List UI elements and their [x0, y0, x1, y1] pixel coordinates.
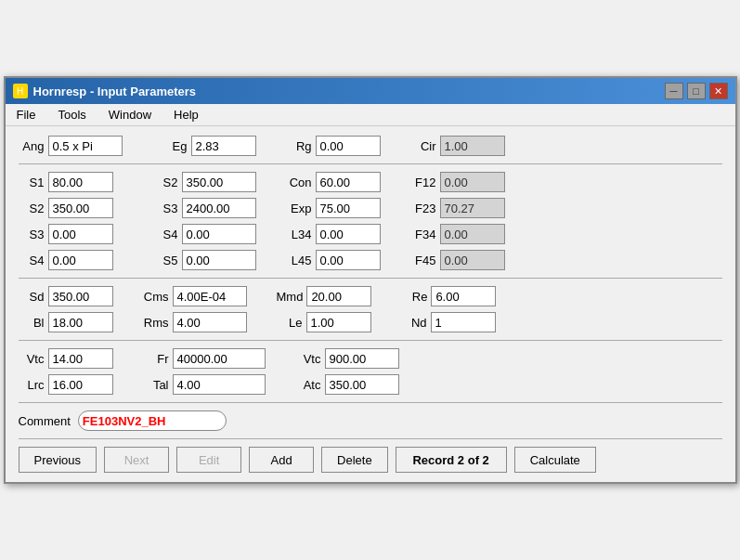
s2a-input[interactable]	[182, 172, 256, 192]
rms-input[interactable]	[173, 312, 247, 332]
s4a-input[interactable]	[182, 224, 256, 244]
param-row-8: Vtc Fr Vtc	[19, 348, 722, 369]
s2b-input[interactable]	[48, 198, 113, 218]
atc-label: Atc	[295, 378, 321, 392]
l34-group: L34	[286, 224, 381, 244]
vtc2-input[interactable]	[325, 348, 399, 369]
app-icon: H	[13, 84, 28, 98]
vtc2-group: Vtc	[295, 348, 399, 369]
eg-label: Eg	[162, 139, 188, 153]
fr-group: Fr	[143, 348, 266, 369]
param-row-2: S1 S2 Con F12	[19, 172, 722, 192]
close-button[interactable]: ✕	[709, 83, 728, 99]
tal-group: Tal	[143, 374, 266, 395]
l45-group: L45	[286, 250, 381, 270]
param-row-3: S2 S3 Exp F23	[19, 198, 722, 218]
bl-group: Bl	[19, 312, 113, 332]
sd-input[interactable]	[48, 286, 113, 306]
calculate-button[interactable]: Calculate	[514, 447, 596, 473]
edit-button[interactable]: Edit	[176, 447, 241, 473]
record-button[interactable]: Record 2 of 2	[396, 447, 507, 473]
le-input[interactable]	[306, 312, 371, 332]
eg-input[interactable]	[191, 136, 256, 156]
sd-label: Sd	[19, 290, 45, 304]
con-group: Con	[286, 172, 381, 192]
le-label: Le	[277, 316, 303, 330]
title-bar: H Hornresp - Input Parameters ─ □ ✕	[6, 78, 735, 104]
atc-input[interactable]	[325, 374, 399, 395]
bl-input[interactable]	[48, 312, 113, 332]
atc-group: Atc	[295, 374, 399, 395]
menu-tools[interactable]: Tools	[52, 106, 91, 124]
f45-input[interactable]	[440, 250, 505, 270]
maximize-button[interactable]: □	[687, 83, 706, 99]
param-row-5: S4 S5 L45 F45	[19, 250, 722, 270]
mmd-group: Mmd	[277, 286, 372, 306]
ang-label: Ang	[19, 139, 45, 153]
s4b-group: S4	[19, 250, 113, 270]
title-bar-left: H Hornresp - Input Parameters	[13, 84, 197, 98]
next-button[interactable]: Next	[104, 447, 169, 473]
menu-help[interactable]: Help	[168, 106, 204, 124]
l34-input[interactable]	[316, 224, 381, 244]
exp-input[interactable]	[316, 198, 381, 218]
con-input[interactable]	[316, 172, 381, 192]
delete-button[interactable]: Delete	[321, 447, 388, 473]
s3b-group: S3	[19, 224, 113, 244]
f45-label: F45	[410, 254, 436, 267]
menubar: File Tools Window Help	[6, 104, 735, 126]
s2a-group: S2	[152, 172, 256, 192]
l34-label: L34	[286, 228, 312, 241]
s2b-label: S2	[19, 202, 45, 215]
lrc-input[interactable]	[48, 374, 113, 395]
f12-label: F12	[410, 176, 436, 189]
cms-label: Cms	[143, 290, 169, 304]
comment-input[interactable]	[78, 410, 227, 431]
minimize-button[interactable]: ─	[665, 83, 683, 99]
rg-label: Rg	[286, 139, 312, 153]
s5-group: S5	[152, 250, 256, 270]
add-button[interactable]: Add	[249, 447, 314, 473]
nd-group: Nd	[401, 312, 496, 332]
ang-input[interactable]	[48, 136, 123, 156]
comment-label: Comment	[19, 414, 71, 428]
lrc-label: Lrc	[19, 378, 45, 392]
s3b-input[interactable]	[48, 224, 113, 244]
f45-group: F45	[410, 250, 505, 270]
cms-input[interactable]	[173, 286, 247, 306]
l45-input[interactable]	[316, 250, 381, 270]
f23-input[interactable]	[440, 198, 505, 218]
rg-input[interactable]	[316, 136, 381, 156]
re-input[interactable]	[431, 286, 496, 306]
f34-input[interactable]	[440, 224, 505, 244]
param-row-9: Lrc Tal Atc	[19, 374, 722, 395]
menu-file[interactable]: File	[11, 106, 42, 124]
previous-button[interactable]: Previous	[19, 447, 97, 473]
tal-input[interactable]	[173, 374, 266, 395]
comment-row: Comment	[19, 410, 722, 431]
mmd-input[interactable]	[306, 286, 371, 306]
cir-label: Cir	[410, 139, 436, 153]
re-group: Re	[401, 286, 496, 306]
nd-input[interactable]	[431, 312, 496, 332]
content-area: Ang Eg Rg Cir S1	[6, 126, 735, 482]
param-row-4: S3 S4 L34 F34	[19, 224, 722, 244]
s3a-input[interactable]	[182, 198, 256, 218]
s4b-input[interactable]	[48, 250, 113, 270]
re-label: Re	[401, 290, 427, 304]
menu-window[interactable]: Window	[103, 106, 157, 124]
nd-label: Nd	[401, 316, 427, 330]
vtc-input[interactable]	[48, 348, 113, 369]
cir-input[interactable]	[440, 136, 505, 156]
s3b-label: S3	[19, 228, 45, 241]
main-window: H Hornresp - Input Parameters ─ □ ✕ File…	[4, 76, 737, 484]
fr-label: Fr	[143, 352, 169, 366]
mmd-label: Mmd	[277, 290, 304, 304]
cms-group: Cms	[143, 286, 247, 306]
sd-group: Sd	[19, 286, 113, 306]
fr-input[interactable]	[173, 348, 266, 369]
s5-input[interactable]	[182, 250, 256, 270]
f12-input[interactable]	[440, 172, 505, 192]
s1-input[interactable]	[48, 172, 113, 192]
button-row: Previous Next Edit Add Delete Record 2 o…	[19, 438, 722, 473]
